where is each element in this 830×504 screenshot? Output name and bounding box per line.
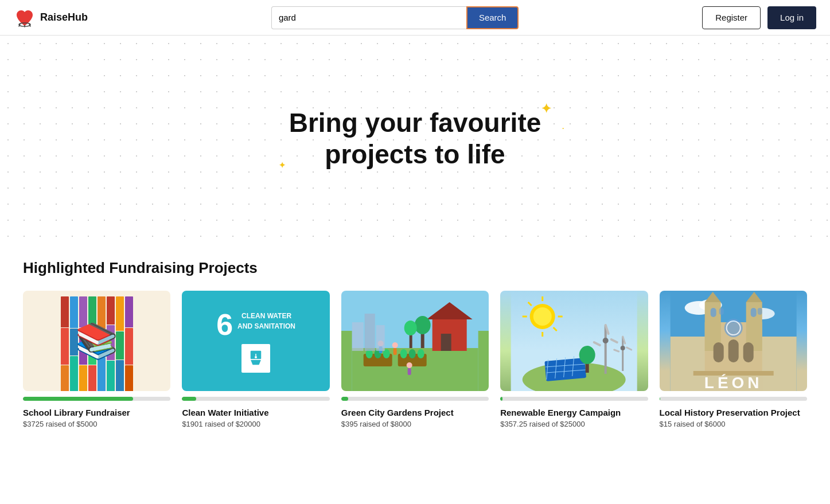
progress-bar-energy [500, 397, 648, 401]
un-title-line1: CLEAN WATER [237, 312, 295, 320]
project-card-gardens[interactable]: Green City Gardens Project $395 raised o… [341, 291, 489, 428]
svg-point-24 [408, 349, 415, 358]
svg-point-15 [414, 316, 430, 334]
gardens-svg [341, 291, 489, 391]
svg-rect-76 [750, 308, 756, 317]
search-button[interactable]: Search [466, 6, 519, 29]
svg-line-8 [259, 365, 260, 368]
svg-point-38 [533, 307, 552, 326]
progress-bar-library [23, 397, 170, 401]
project-card-library[interactable]: School Library Fundraiser $3725 raised o… [23, 291, 170, 428]
project-name-water: Clean Water Initiative [182, 408, 329, 417]
project-name-energy: Renewable Energy Campaign [500, 408, 648, 417]
bookshelf-illustration [23, 291, 170, 391]
svg-rect-33 [364, 314, 375, 351]
projects-grid: School Library Fundraiser $3725 raised o… [23, 291, 807, 428]
project-image-water: 6 CLEAN WATER AND SANITATION [182, 291, 329, 391]
nav-buttons: Register Log in [702, 6, 816, 29]
svg-point-61 [621, 346, 625, 350]
svg-line-7 [251, 365, 252, 368]
svg-point-17 [404, 321, 416, 335]
logo-link[interactable]: RaiseHub [14, 7, 88, 29]
progress-bar-water [182, 397, 329, 401]
project-raised-library: $3725 raised of $5000 [23, 420, 170, 428]
progress-fill-energy [500, 397, 502, 401]
svg-point-56 [603, 338, 609, 343]
svg-point-6 [255, 356, 257, 358]
history-svg: LÉON [660, 291, 807, 391]
progress-fill-library [23, 397, 133, 401]
project-card-water[interactable]: 6 CLEAN WATER AND SANITATION [182, 291, 329, 428]
svg-point-25 [417, 349, 424, 358]
svg-rect-29 [393, 348, 396, 355]
energy-svg [500, 291, 648, 391]
star-icon-2: ✦ [279, 161, 286, 170]
login-button[interactable]: Log in [767, 6, 816, 29]
project-raised-water: $1901 raised of $20000 [182, 420, 329, 428]
progress-bar-gardens [341, 397, 489, 401]
project-raised-gardens: $395 raised of $8000 [341, 420, 489, 428]
project-raised-history: $15 raised of $6000 [660, 420, 807, 428]
progress-fill-gardens [341, 397, 349, 401]
svg-rect-74 [710, 308, 716, 317]
svg-rect-45 [545, 358, 587, 381]
svg-rect-77 [757, 308, 762, 315]
un-number: 6 [216, 310, 233, 339]
progress-fill-water [182, 397, 196, 401]
svg-point-30 [406, 362, 412, 368]
svg-rect-82 [743, 342, 753, 362]
project-image-history: LÉON [660, 291, 807, 391]
logo-text: RaiseHub [40, 11, 88, 24]
svg-point-23 [400, 349, 407, 358]
project-image-gardens [341, 291, 489, 391]
hero-line2: projects to life [289, 139, 541, 170]
progress-bar-history [660, 397, 807, 401]
project-name-history: Local History Preservation Project [660, 408, 807, 417]
svg-rect-81 [728, 339, 738, 362]
register-button[interactable]: Register [702, 6, 761, 29]
svg-rect-13 [441, 334, 451, 351]
project-name-gardens: Green City Gardens Project [341, 408, 489, 417]
svg-rect-34 [376, 325, 384, 351]
svg-rect-80 [713, 342, 723, 362]
search-input[interactable] [271, 6, 466, 29]
project-raised-energy: $357.25 raised of $25000 [500, 420, 648, 428]
svg-text:LÉON: LÉON [704, 374, 762, 391]
section-title: Highlighted Fundraising Projects [23, 259, 807, 277]
svg-rect-32 [352, 322, 363, 351]
un-header: 6 CLEAN WATER AND SANITATION [216, 310, 295, 339]
un-title-block: CLEAN WATER AND SANITATION [237, 310, 295, 330]
un-title-line2: AND SANITATION [237, 322, 295, 330]
project-name-library: School Library Fundraiser [23, 408, 170, 417]
hero-section: ✦ ✦ · Bring your favourite projects to l… [0, 36, 830, 242]
hero-line1: Bring your favourite [289, 107, 541, 139]
project-card-energy[interactable]: Renewable Energy Campaign $357.25 raised… [500, 291, 648, 428]
logo-icon [14, 7, 36, 29]
star-icon-1: ✦ [541, 101, 551, 116]
svg-marker-5 [250, 360, 262, 365]
search-area: Search [271, 6, 519, 29]
svg-point-63 [579, 346, 595, 364]
project-image-library [23, 291, 170, 391]
projects-section: Highlighted Fundraising Projects [0, 242, 830, 451]
svg-point-28 [392, 342, 398, 348]
svg-rect-75 [719, 308, 723, 315]
svg-rect-31 [407, 368, 411, 375]
navbar: RaiseHub Search Register Log in [0, 0, 830, 36]
progress-fill-history [660, 397, 660, 401]
star-icon-3: · [562, 124, 564, 132]
project-card-history[interactable]: LÉON Local History Preservation Project … [660, 291, 807, 428]
project-image-energy [500, 291, 648, 391]
hero-text: ✦ ✦ · Bring your favourite projects to l… [289, 107, 541, 170]
un-water-icon [241, 344, 270, 373]
